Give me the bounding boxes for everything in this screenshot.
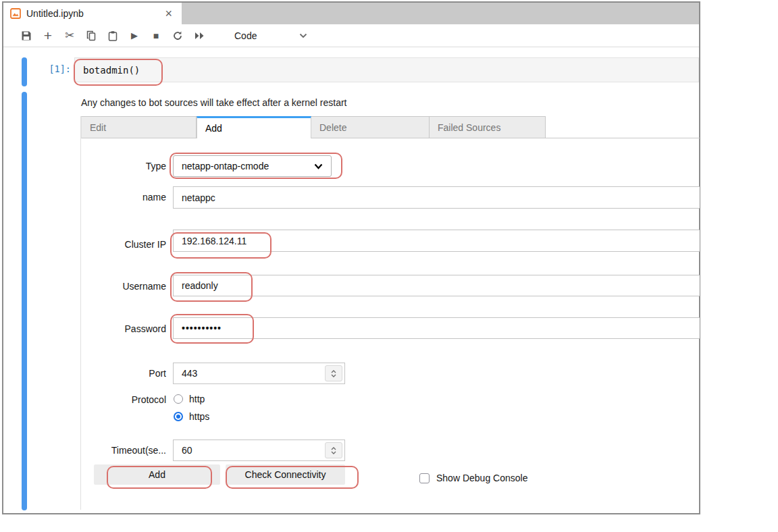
- tab-add[interactable]: Add: [197, 116, 311, 138]
- run-icon[interactable]: ▶: [124, 26, 145, 45]
- chevron-down-icon: [299, 33, 307, 38]
- paste-cell-icon[interactable]: [102, 26, 124, 45]
- botadmin-panel: Edit Add Delete Failed Sources Type neta…: [80, 116, 699, 510]
- radio-https[interactable]: [174, 412, 183, 421]
- run-all-icon[interactable]: [188, 26, 210, 45]
- tab-failed-sources[interactable]: Failed Sources: [430, 116, 546, 138]
- notebook-toolbar: + ✂ ▶ ■: [3, 24, 699, 47]
- timeout-input[interactable]: [173, 440, 345, 461]
- tab-strip-filler: [546, 116, 700, 138]
- tab-delete[interactable]: Delete: [311, 116, 430, 138]
- radio-http-label: http: [189, 394, 205, 404]
- restart-kernel-icon[interactable]: [167, 26, 188, 45]
- cluster-ip-input[interactable]: [173, 230, 700, 252]
- cluster-ip-label: Cluster IP: [81, 239, 166, 250]
- timeout-label: Timeout(se...: [81, 445, 166, 456]
- port-input[interactable]: [173, 363, 345, 384]
- protocol-option-http: http: [174, 392, 205, 406]
- number-spinner-icon[interactable]: [325, 442, 342, 458]
- tab-title: Untitled.ipynb: [26, 8, 162, 19]
- protocol-option-https: https: [174, 410, 209, 423]
- radio-http[interactable]: [174, 394, 183, 404]
- save-icon[interactable]: [16, 26, 37, 45]
- username-label: Username: [81, 281, 166, 292]
- cell-source: botadmin(): [75, 65, 140, 76]
- cell-type-value: Code: [234, 30, 257, 41]
- number-spinner-icon[interactable]: [325, 365, 342, 381]
- notebook-tab[interactable]: Untitled.ipynb ×: [3, 3, 182, 24]
- type-label: Type: [81, 161, 166, 171]
- notebook-icon: [10, 8, 21, 19]
- cell-type-dropdown[interactable]: Code: [230, 27, 311, 45]
- close-icon[interactable]: ×: [162, 8, 175, 19]
- code-cell-editor[interactable]: botadmin(): [74, 57, 699, 82]
- cut-cell-icon[interactable]: ✂: [59, 26, 80, 45]
- radio-https-label: https: [189, 411, 209, 422]
- name-input[interactable]: [173, 186, 700, 209]
- type-select-value: netapp-ontap-cmode: [182, 161, 269, 171]
- debug-console-row: Show Debug Console: [419, 473, 527, 483]
- add-cell-icon[interactable]: +: [37, 26, 59, 45]
- timeout-field: [173, 440, 345, 461]
- execution-count: [1]:: [13, 63, 71, 74]
- copy-cell-icon[interactable]: [80, 26, 102, 45]
- panel-tab-strip: Edit Add Delete Failed Sources: [81, 116, 700, 138]
- add-button[interactable]: Add: [94, 464, 220, 485]
- check-connectivity-button[interactable]: Check Connectivity: [226, 464, 345, 485]
- chevron-down-icon: [314, 163, 323, 169]
- port-field: [173, 363, 345, 384]
- output-collapser[interactable]: [22, 92, 27, 510]
- password-label: Password: [81, 323, 166, 334]
- show-debug-console-checkbox[interactable]: [419, 473, 430, 483]
- tab-edit[interactable]: Edit: [81, 116, 197, 138]
- name-label: name: [81, 192, 166, 203]
- screenshot-canvas: Untitled.ipynb × + ✂: [0, 0, 778, 532]
- password-input[interactable]: [173, 317, 700, 339]
- username-input[interactable]: [173, 275, 700, 296]
- show-debug-console-label: Show Debug Console: [436, 473, 527, 483]
- protocol-label: Protocol: [81, 394, 166, 405]
- jupyter-window: Untitled.ipynb × + ✂: [2, 1, 700, 514]
- output-message: Any changes to bot sources will take eff…: [81, 97, 347, 108]
- stop-icon[interactable]: ■: [145, 26, 167, 45]
- tab-bar: Untitled.ipynb ×: [3, 3, 699, 24]
- port-label: Port: [81, 368, 166, 379]
- type-select[interactable]: netapp-ontap-cmode: [173, 155, 332, 177]
